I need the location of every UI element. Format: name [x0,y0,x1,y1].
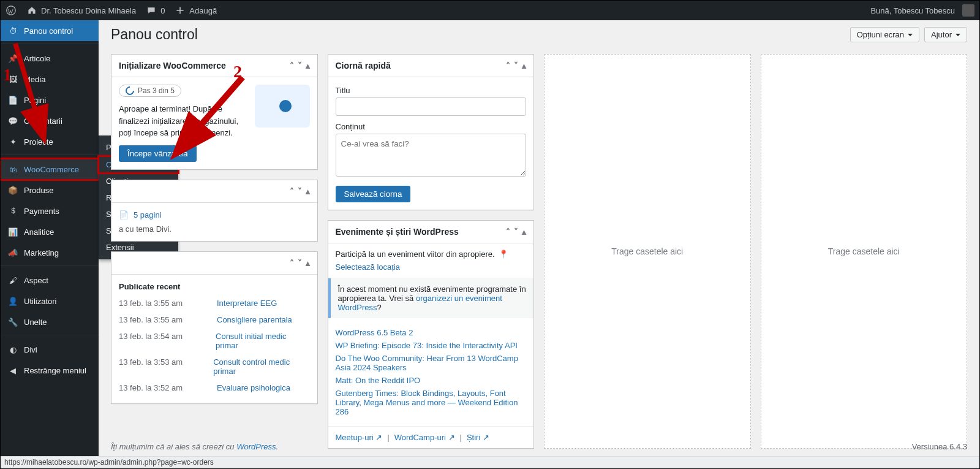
comments-link[interactable]: 0 [141,1,170,20]
sidebar-item-tools[interactable]: 🔧Unelte [1,311,99,332]
sidebar-item-products[interactable]: 📦Produse [1,180,99,200]
sidebar-item-marketing[interactable]: 📣Marketing [1,242,99,263]
woo-illustration [255,85,310,128]
recent-row: 13 feb. la 3:55 amInterpretare EEG [119,295,310,311]
draft-content-textarea[interactable] [336,134,527,177]
move-down-icon[interactable]: ˅ [298,61,302,71]
recent-heading: Publicate recent [119,282,310,291]
toggle-icon[interactable]: ▴ [306,61,310,71]
news-item-link[interactable]: WordPress 6.5 Beta 2 [336,328,413,337]
news-nearby: Participă la un eveniment viitor din apr… [328,243,534,278]
page-title: Panou control [111,26,198,43]
annotation-1: 1 [3,65,12,85]
collapse-icon: ◀ [7,366,19,375]
dashboard-icon: ⏱ [7,26,19,36]
news-item-link[interactable]: Do The Woo Community: Hear From 13 WordC… [336,354,518,372]
news-no-events: În acest moment nu există evenimente pro… [328,278,534,318]
move-up-icon[interactable]: ˄ [290,61,294,71]
sidebar-item-pages[interactable]: 📄Pagini [1,90,99,110]
comments-count: 0 [160,6,165,15]
recent-date: 13 feb. la 3:55 am [119,315,192,324]
box-woo-setup: Inițializare WooCommerce ˄˅▴ Pas 3 din 5… [111,54,318,170]
help-toggle[interactable]: Ajutor [924,27,967,42]
site-name: Dr. Tobescu Doina Mihaela [41,6,136,15]
add-new[interactable]: Adaugă [170,1,222,20]
admin-toolbar: Dr. Tobescu Doina Mihaela 0 Adaugă Bună,… [1,1,979,20]
sidebar-item-appearance[interactable]: 🖌Aspect [1,270,99,291]
marketing-icon: 📣 [7,248,19,257]
dropzone-col3[interactable]: Trage casetele aici [544,54,751,449]
site-link[interactable]: Dr. Tobescu Doina Mihaela [21,1,141,20]
recent-date: 13 feb. la 3:55 am [119,299,192,308]
recent-post-link[interactable]: Evaluare psihologica [217,383,290,392]
move-down-icon[interactable]: ˅ [298,186,302,196]
toggle-icon[interactable]: ▴ [306,186,310,196]
save-draft-button[interactable]: Salvează ciorna [336,186,411,202]
toggle-icon[interactable]: ▴ [522,61,526,71]
pages-icon: 📄 [119,210,129,219]
move-down-icon[interactable]: ˅ [514,227,518,237]
analytics-icon: 📊 [7,227,19,237]
location-pin-icon: 📍 [499,250,508,259]
home-icon [26,5,37,16]
move-down-icon[interactable]: ˅ [298,258,302,268]
plus-icon [175,5,186,16]
pin-icon: 📌 [7,54,19,63]
sidebar-item-projects[interactable]: ✦Proiecte [1,131,99,152]
recent-post-link[interactable]: Interpretare EEG [217,299,277,308]
comment-icon [146,5,157,16]
recent-post-link[interactable]: Consult control medic primar [213,357,309,376]
comment-icon: 💬 [7,116,19,126]
recent-row: 13 feb. la 3:53 amConsult control medic … [119,354,310,379]
wp-logo[interactable] [1,1,21,20]
sidebar-item-comments[interactable]: 💬Comentarii [1,110,99,131]
howdy-account[interactable]: Bună, Tobescu Tobescu [865,1,979,20]
glance-theme: a cu tema Divi. [119,224,310,234]
payments-icon: ＄ [7,205,19,216]
sidebar-item-divi[interactable]: ◐Divi [1,339,99,360]
draft-title-input[interactable] [336,97,527,116]
wordpress-org-link[interactable]: WordPress [236,442,276,451]
sidebar-item-posts[interactable]: 📌Articole [1,48,99,69]
select-location-link[interactable]: Selectează locația [336,262,401,272]
sidebar-item-dashboard[interactable]: ⏱Panou control [1,20,99,41]
move-up-icon[interactable]: ˄ [290,186,294,196]
wordpress-icon [6,5,17,16]
box-activity: ˄˅▴ Publicate recent 13 feb. la 3:55 amI… [111,251,318,404]
sidebar-item-media[interactable]: 🖼Media [1,69,99,90]
recent-date: 13 feb. la 3:52 am [119,383,192,392]
tools-icon: 🔧 [7,318,19,327]
browser-status-bar: https://mihaelatobescu.ro/wp-admin/admin… [1,456,979,468]
screen-options-toggle[interactable]: Opțiuni ecran [850,27,919,42]
recent-post-link[interactable]: Consult initial medic primar [216,332,309,350]
annotation-2: 2 [233,62,242,82]
dropzone-col4[interactable]: Trage casetele aici [761,54,968,449]
move-up-icon[interactable]: ˄ [290,258,294,268]
move-up-icon[interactable]: ˄ [506,61,510,71]
toggle-icon[interactable]: ▴ [522,227,526,237]
recent-row: 13 feb. la 3:55 amConsigliere parentala [119,311,310,328]
woo-start-button[interactable]: Începe vânzarea [119,145,197,162]
products-icon: 📦 [7,186,19,195]
chevron-down-icon [956,34,960,39]
move-down-icon[interactable]: ˅ [514,61,518,71]
news-item-link[interactable]: Gutenberg Times: Block Bindings, Layouts… [336,389,518,416]
dashboard-content: Panou control Opțiuni ecran Ajutor Iniți… [99,20,979,468]
sidebar-item-users[interactable]: 👤Utilizatori [1,291,99,311]
sidebar-item-payments[interactable]: ＄Payments [1,200,99,221]
draft-content-label: Conținut [336,122,527,131]
recent-post-link[interactable]: Consigliere parentala [217,315,292,324]
news-item-link[interactable]: Matt: On the Reddit IPO [336,376,421,385]
glance-pages-link[interactable]: 5 pagini [134,210,162,219]
news-item-link[interactable]: WP Briefing: Episode 73: Inside the Inte… [336,341,518,350]
appearance-icon: 🖌 [7,276,19,285]
sidebar-item-woocommerce[interactable]: 🛍WooCommerce [1,159,99,180]
sidebar-item-analytics[interactable]: 📊Analitice [1,221,99,242]
projects-icon: ✦ [7,137,19,147]
recent-row: 13 feb. la 3:52 amEvaluare psihologica [119,379,310,396]
sidebar-collapse[interactable]: ◀Restrânge meniul [1,360,99,381]
svg-point-0 [7,6,15,15]
woo-step-badge: Pas 3 din 5 [119,85,181,97]
toggle-icon[interactable]: ▴ [306,258,310,268]
move-up-icon[interactable]: ˄ [506,227,510,237]
